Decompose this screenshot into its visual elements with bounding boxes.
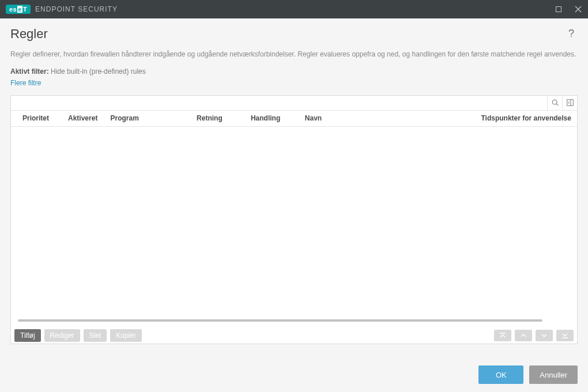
move-top-button[interactable] (494, 330, 511, 341)
brand-text-t: T (23, 6, 27, 13)
close-button[interactable] (568, 0, 588, 18)
add-button[interactable]: Tilføj (14, 329, 41, 342)
table-body (11, 127, 577, 327)
panel-toolbar (11, 96, 577, 111)
horizontal-scrollbar[interactable] (18, 319, 542, 322)
move-bottom-button[interactable] (556, 330, 574, 341)
move-down-button[interactable] (536, 330, 553, 341)
col-action[interactable]: Handling (248, 114, 303, 122)
col-program[interactable]: Program (108, 114, 194, 122)
search-area[interactable] (11, 96, 547, 110)
maximize-button[interactable] (549, 0, 568, 18)
active-filter-line: Aktivt filter: Hide built-in (pre-define… (10, 67, 578, 76)
col-time[interactable]: Tidspunkter for anvendelse (478, 114, 577, 122)
more-filters-link[interactable]: Flere filtre (10, 79, 578, 87)
col-enabled[interactable]: Aktiveret (66, 114, 108, 122)
brand-text-es: es (9, 6, 17, 13)
rules-panel: Prioritet Aktiveret Program Retning Hand… (10, 95, 578, 344)
edit-button[interactable]: Rediger (44, 329, 80, 342)
delete-button[interactable]: Slet (84, 329, 107, 342)
table-header: Prioritet Aktiveret Program Retning Hand… (11, 111, 577, 127)
svg-point-3 (552, 100, 557, 104)
product-name: ENDPOINT SECURITY (35, 5, 118, 13)
columns-icon[interactable] (562, 96, 577, 110)
dialog-footer: OK Annuller (478, 365, 578, 384)
title-bar: eseT ENDPOINT SECURITY (0, 0, 588, 18)
active-filter-value: Hide built-in (pre-defined) rules (51, 67, 146, 76)
col-direction[interactable]: Retning (194, 114, 248, 122)
cancel-button[interactable]: Annuller (529, 365, 578, 384)
content-area: Regler ? Regler definerer, hvordan firew… (0, 18, 588, 392)
page-description: Regler definerer, hvordan firewallen hån… (10, 50, 578, 59)
active-filter-label: Aktivt filter: (10, 67, 49, 76)
col-priority[interactable]: Prioritet (11, 114, 66, 122)
brand-logo: eseT (6, 5, 31, 14)
brand-text-e: e (17, 6, 22, 13)
svg-line-4 (556, 104, 558, 105)
copy-button[interactable]: Kopiér (110, 329, 142, 342)
svg-rect-0 (556, 7, 561, 12)
move-up-button[interactable] (515, 330, 532, 341)
ok-button[interactable]: OK (478, 365, 523, 384)
col-name[interactable]: Navn (303, 114, 479, 122)
panel-footer: Tilføj Rediger Slet Kopiér (11, 327, 577, 344)
page-title: Regler (10, 27, 565, 42)
search-icon[interactable] (547, 96, 562, 110)
help-button[interactable]: ? (565, 27, 578, 41)
